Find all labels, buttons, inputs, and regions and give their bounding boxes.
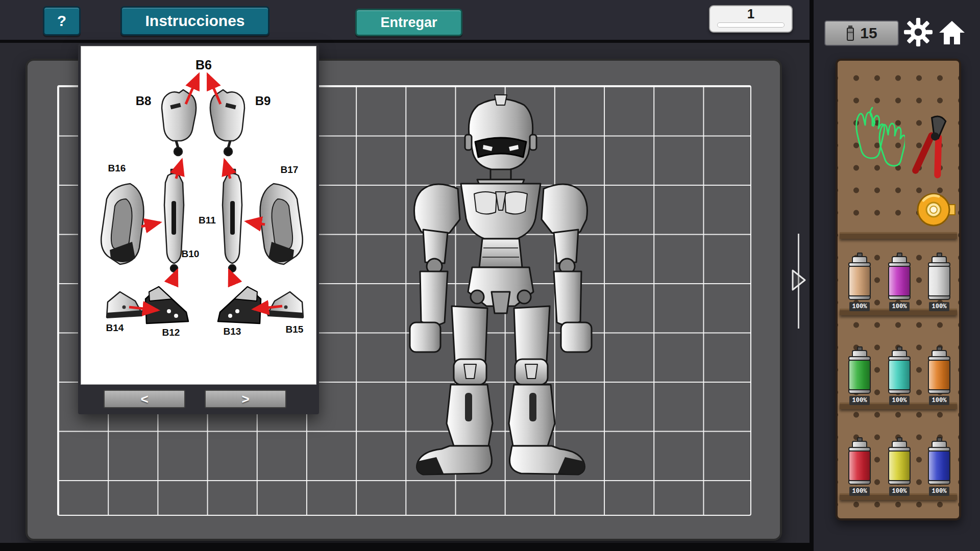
part-b13-foot bbox=[218, 287, 261, 323]
robot-right-pec bbox=[505, 192, 527, 214]
robot-left-forearm[interactable] bbox=[420, 271, 448, 325]
can-amount-badge: 100% bbox=[849, 396, 870, 405]
spray-can-teal[interactable]: 100% bbox=[884, 346, 915, 405]
can-body bbox=[928, 360, 950, 390]
assembly-arrows bbox=[129, 74, 282, 310]
label-b8: B8 bbox=[136, 94, 152, 108]
help-button[interactable]: ? bbox=[43, 6, 81, 36]
spray-can-yellow[interactable]: 100% bbox=[884, 437, 915, 496]
part-b11-shin bbox=[223, 169, 242, 272]
robot-visor[interactable] bbox=[475, 138, 526, 157]
can-body bbox=[928, 266, 950, 296]
robot-left-shin-slot bbox=[465, 393, 472, 421]
can-body bbox=[848, 266, 871, 296]
robot-left-shoulder[interactable] bbox=[414, 184, 460, 236]
label-b6: B6 bbox=[195, 58, 212, 72]
robot-left-pec bbox=[474, 192, 497, 214]
part-b8-thigh bbox=[162, 90, 196, 156]
round-counter: 1 bbox=[709, 5, 793, 33]
label-b10: B10 bbox=[182, 248, 200, 259]
tape-tool[interactable] bbox=[912, 188, 957, 233]
robot-abdomen[interactable] bbox=[479, 239, 522, 267]
prev-page-button[interactable]: < bbox=[104, 390, 185, 408]
robot-right-shin-slot bbox=[529, 393, 536, 421]
top-bar: ? Instrucciones Entregar 1 bbox=[0, 0, 811, 43]
can-amount-badge: 100% bbox=[849, 302, 870, 311]
game-stage: ? Instrucciones Entregar 1 15 bbox=[0, 0, 980, 551]
settings-gear-icon[interactable] bbox=[903, 17, 933, 47]
spray-can-tan[interactable]: 100% bbox=[844, 253, 875, 311]
part-b9-thigh bbox=[210, 90, 244, 156]
spray-can-green[interactable]: 100% bbox=[844, 346, 875, 405]
part-b17-side-armor bbox=[260, 184, 303, 264]
spray-can-magenta[interactable]: 100% bbox=[884, 253, 915, 311]
can-body bbox=[928, 450, 950, 481]
can-amount-badge: 100% bbox=[889, 487, 910, 496]
instructions-button[interactable]: Instrucciones bbox=[120, 6, 270, 36]
tool-sidebar: 15 bbox=[814, 0, 980, 551]
label-b17: B17 bbox=[281, 164, 299, 175]
part-b16-side-armor bbox=[101, 184, 143, 264]
can-amount-badge: 100% bbox=[929, 487, 950, 496]
label-b11: B11 bbox=[199, 215, 216, 226]
robot-left-thigh[interactable] bbox=[452, 306, 487, 361]
round-progress-bar bbox=[717, 22, 785, 28]
can-body bbox=[848, 450, 871, 481]
label-b15: B15 bbox=[286, 324, 304, 335]
spray-can-silver[interactable]: 100% bbox=[923, 253, 955, 311]
robot-right-thigh[interactable] bbox=[514, 306, 550, 361]
robot-left-hip-joint bbox=[471, 290, 484, 304]
label-b13: B13 bbox=[224, 326, 241, 337]
spray-can-icon bbox=[846, 25, 855, 41]
home-icon[interactable] bbox=[938, 19, 966, 46]
can-amount-badge: 100% bbox=[929, 396, 950, 405]
spray-can-orange[interactable]: 100% bbox=[923, 346, 955, 405]
pegboard: 100% 100% 100% bbox=[836, 59, 961, 520]
spray-can-blue[interactable]: 100% bbox=[923, 437, 955, 496]
robot-right-ear-pod bbox=[530, 135, 536, 150]
robot-figure[interactable] bbox=[401, 92, 601, 485]
can-amount-badge: 100% bbox=[889, 302, 910, 311]
robot-right-shoulder[interactable] bbox=[542, 184, 587, 236]
robot-left-fist[interactable] bbox=[410, 322, 440, 352]
robot-helmet-crest bbox=[495, 95, 507, 105]
spray-can-red[interactable]: 100% bbox=[844, 437, 875, 496]
robot-left-kneecap bbox=[464, 364, 476, 379]
round-number: 1 bbox=[710, 6, 792, 21]
instruction-card: B6 B8 B9 B16 B17 B11 B10 B12 B13 B14 B15… bbox=[78, 44, 319, 414]
part-b10-shin bbox=[164, 169, 184, 272]
can-amount-badge: 100% bbox=[929, 302, 950, 311]
robot-right-hip-joint bbox=[518, 290, 531, 304]
can-body bbox=[888, 360, 911, 390]
can-amount-badge: 100% bbox=[889, 396, 910, 405]
part-b12-foot bbox=[145, 287, 188, 323]
robot-helmet[interactable] bbox=[469, 99, 532, 169]
pliers-tool[interactable] bbox=[908, 109, 959, 180]
instruction-diagram: B6 B8 B9 B16 B17 B11 B10 B12 B13 B14 B15 bbox=[81, 46, 316, 385]
robot-codpiece[interactable] bbox=[492, 292, 510, 313]
panel-collapse-handle[interactable] bbox=[789, 266, 808, 294]
gloves-tool[interactable] bbox=[843, 107, 905, 186]
can-body bbox=[888, 450, 911, 481]
bottom-strip bbox=[0, 543, 811, 551]
paint-count-value: 15 bbox=[860, 24, 877, 42]
robot-right-forearm[interactable] bbox=[554, 271, 581, 325]
paint-counter: 15 bbox=[824, 20, 899, 46]
label-b14: B14 bbox=[106, 322, 124, 333]
can-body bbox=[888, 266, 911, 296]
can-body bbox=[848, 360, 871, 390]
label-b9: B9 bbox=[255, 94, 271, 108]
robot-right-kneecap bbox=[525, 364, 537, 379]
label-b16: B16 bbox=[108, 163, 126, 173]
sidebar-divider bbox=[810, 0, 814, 551]
can-amount-badge: 100% bbox=[849, 487, 870, 496]
part-b14-foot-cap bbox=[107, 292, 142, 318]
robot-right-fist[interactable] bbox=[561, 322, 592, 352]
submit-button[interactable]: Entregar bbox=[355, 9, 462, 36]
robot-left-ear-pod bbox=[465, 135, 472, 150]
part-b15-foot-cap bbox=[267, 292, 303, 318]
robot-body[interactable] bbox=[410, 95, 592, 474]
label-b12: B12 bbox=[162, 327, 180, 338]
next-page-button[interactable]: > bbox=[205, 390, 286, 408]
